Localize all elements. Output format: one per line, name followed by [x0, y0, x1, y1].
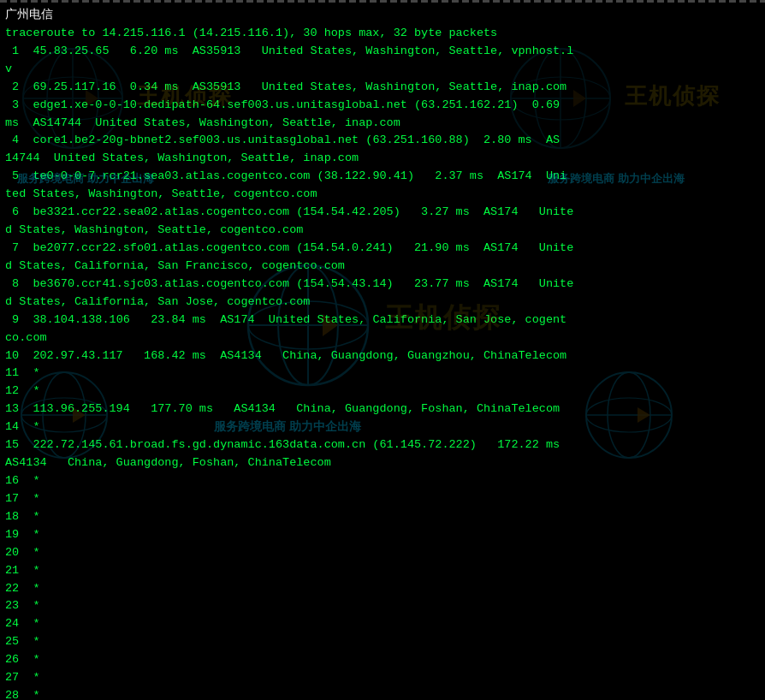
- terminal-window: 广州电信 traceroute to 14.215.116.1 (14.215.…: [0, 0, 765, 700]
- hop-22: 22 *: [5, 582, 40, 595]
- hop-1: 1 45.83.25.65 6.20 ms AS35913 United Sta…: [5, 44, 573, 75]
- hop-6: 6 be3321.ccr22.sea02.atlas.cogentco.com …: [5, 205, 573, 236]
- hop-15: 15 222.72.145.61.broad.fs.gd.dynamic.163…: [5, 438, 560, 469]
- hop-13: 13 113.96.255.194 177.70 ms AS4134 China…: [5, 402, 560, 415]
- hop-12: 12 *: [5, 384, 40, 397]
- hop-2: 2 69.25.117.16 0.34 ms AS35913 United St…: [5, 80, 566, 93]
- hop-26: 26 *: [5, 653, 40, 666]
- hop-16: 16 *: [5, 474, 40, 487]
- top-border-decoration: [0, 0, 765, 3]
- hop-19: 19 *: [5, 528, 40, 541]
- hop-25: 25 *: [5, 635, 40, 648]
- hop-7: 7 be2077.ccr22.sfo01.atlas.cogentco.com …: [5, 241, 573, 272]
- hop-11: 11 *: [5, 366, 40, 379]
- hop-21: 21 *: [5, 564, 40, 577]
- hop-5: 5 te0-0-0-7.rcr21.sea03.atlas.cogentco.c…: [5, 169, 566, 200]
- hop-9: 9 38.104.138.106 23.84 ms AS174 United S…: [5, 313, 566, 344]
- hop-17: 17 *: [5, 492, 40, 505]
- traceroute-header: traceroute to 14.215.116.1 (14.215.116.1…: [5, 27, 497, 39]
- hop-27: 27 *: [5, 671, 40, 684]
- terminal-output: 广州电信 traceroute to 14.215.116.1 (14.215.…: [5, 7, 760, 700]
- hop-10: 10 202.97.43.117 168.42 ms AS4134 China,…: [5, 349, 566, 362]
- title-line: 广州电信: [5, 9, 53, 21]
- hop-23: 23 *: [5, 599, 40, 612]
- hop-14: 14 *: [5, 420, 40, 433]
- hop-24: 24 *: [5, 617, 40, 630]
- hop-20: 20 *: [5, 546, 40, 559]
- hop-3: 3 edge1.xe-0-0-10.dedipath-64.sef003.us.…: [5, 98, 560, 129]
- hop-28: 28 *: [5, 689, 40, 700]
- hop-18: 18 *: [5, 510, 40, 523]
- hop-8: 8 be3670.ccr41.sjc03.atlas.cogentco.com …: [5, 277, 573, 308]
- hop-4: 4 core1.be2-20g-bbnet2.sef003.us.unitasg…: [5, 133, 560, 164]
